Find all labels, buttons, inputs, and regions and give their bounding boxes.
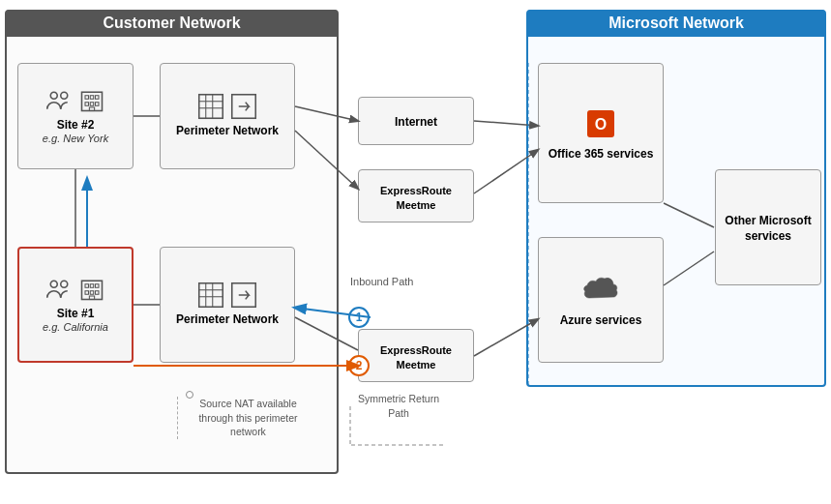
circle-1: 1 <box>348 307 370 328</box>
svg-rect-5 <box>96 95 100 99</box>
perimeter-top-node: Perimeter Network <box>160 63 295 169</box>
svg-rect-4 <box>90 95 94 99</box>
azure-node: Azure services <box>538 237 664 363</box>
svg-rect-17 <box>90 290 94 294</box>
svg-rect-3 <box>85 95 89 99</box>
site1-sublabel: e.g. California <box>43 321 108 334</box>
svg-rect-13 <box>85 283 89 287</box>
svg-rect-15 <box>96 283 100 287</box>
source-nat-note: Source NAT available through this perime… <box>177 397 312 439</box>
customer-network-title: Customer Network <box>7 10 337 37</box>
site2-label: Site #2 <box>57 118 95 133</box>
perimeter-bottom-node: Perimeter Network <box>160 247 295 363</box>
building-icon-site2 <box>78 87 105 114</box>
svg-rect-2 <box>82 92 103 110</box>
people-icon-site2 <box>45 87 73 114</box>
perimeter-bottom-icons <box>197 282 257 309</box>
office365-node: O Office 365 services <box>538 63 664 203</box>
source-nat-pin <box>186 391 193 399</box>
svg-point-1 <box>61 92 68 99</box>
arrow-right-icon-top <box>230 93 257 120</box>
svg-point-11 <box>61 281 68 287</box>
microsoft-network-title: Microsoft Network <box>528 10 824 37</box>
svg-rect-8 <box>96 102 100 105</box>
svg-rect-18 <box>96 290 100 294</box>
svg-point-10 <box>50 281 57 287</box>
internet-node: Internet <box>358 97 474 145</box>
azure-icon <box>581 271 620 310</box>
svg-rect-16 <box>85 290 89 294</box>
svg-rect-6 <box>85 102 89 105</box>
inbound-path-label: Inbound Path <box>350 276 413 287</box>
other-microsoft-label: Other Microsoft services <box>722 214 815 244</box>
svg-text:O: O <box>595 116 607 133</box>
perimeter-bottom-label: Perimeter Network <box>176 312 279 328</box>
site2-sublabel: e.g. New York <box>43 133 108 145</box>
site2-node: Site #2 e.g. New York <box>17 63 134 169</box>
svg-rect-12 <box>82 281 103 299</box>
symmetric-return-label: Symmetric Return Path <box>350 392 447 420</box>
expressroute-bottom-node: ExpressRoute Meetme <box>358 329 474 382</box>
svg-rect-20 <box>199 95 223 119</box>
circle-2: 2 <box>348 355 370 376</box>
expressroute-top-node: ExpressRoute Meetme <box>358 169 474 222</box>
svg-point-0 <box>50 92 57 99</box>
svg-rect-7 <box>90 102 94 105</box>
internet-label: Internet <box>395 115 437 131</box>
site2-icons <box>45 87 105 114</box>
expressroute-bottom-label: ExpressRoute Meetme <box>365 343 467 371</box>
azure-label: Azure services <box>560 313 642 329</box>
site1-icons <box>45 276 105 303</box>
office365-icon: O <box>581 104 620 143</box>
grid-icon-top <box>197 93 224 120</box>
svg-rect-26 <box>199 283 223 308</box>
expressroute-top-label: ExpressRoute Meetme <box>365 184 467 212</box>
perimeter-top-icons <box>197 93 257 120</box>
perimeter-top-label: Perimeter Network <box>176 124 279 139</box>
office365-label: Office 365 services <box>549 147 654 163</box>
arrow-right-icon-bottom <box>230 282 257 309</box>
other-microsoft-node: Other Microsoft services <box>715 169 821 285</box>
people-icon-site1 <box>45 276 73 303</box>
building-icon-site1 <box>78 276 105 303</box>
site1-node: Site #1 e.g. California <box>17 247 134 363</box>
svg-rect-14 <box>90 283 94 287</box>
svg-rect-19 <box>89 296 94 300</box>
diagram: Customer Network Microsoft Network <box>0 0 831 504</box>
site1-label: Site #1 <box>57 307 95 322</box>
grid-icon-bottom <box>197 282 224 309</box>
